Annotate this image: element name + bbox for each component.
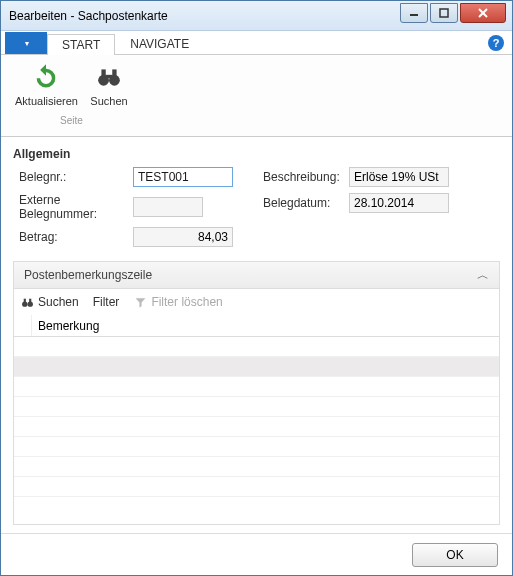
- belegdatum-input[interactable]: [349, 193, 449, 213]
- refresh-label: Aktualisieren: [15, 95, 78, 107]
- grid-header: Bemerkung: [13, 315, 500, 337]
- ribbon-group-page: Aktualisieren Suchen Seite: [9, 59, 134, 126]
- list-clearfilter-label: Filter löschen: [151, 295, 222, 309]
- betrag-label: Betrag:: [13, 230, 133, 244]
- minimize-button[interactable]: [400, 3, 428, 23]
- belegnr-label: Belegnr.:: [13, 170, 133, 184]
- find-button[interactable]: Suchen: [84, 59, 134, 109]
- fasttab-title: Postenbemerkungszeile: [24, 268, 152, 282]
- file-tab[interactable]: [5, 32, 47, 54]
- tab-navigate[interactable]: NAVIGATE: [115, 33, 204, 54]
- ok-button[interactable]: OK: [412, 543, 498, 567]
- beschreibung-input[interactable]: [349, 167, 449, 187]
- binoculars-icon: [20, 295, 34, 309]
- externe-belegnr-label: Externe Belegnummer:: [13, 193, 133, 221]
- list-find-button[interactable]: Suchen: [20, 295, 79, 309]
- close-button[interactable]: [460, 3, 506, 23]
- window-controls: [400, 9, 512, 23]
- binoculars-icon: [93, 61, 125, 93]
- refresh-icon: [30, 61, 62, 93]
- beschreibung-label: Beschreibung:: [257, 170, 349, 184]
- funnel-icon: [133, 295, 147, 309]
- externe-belegnr-input[interactable]: [133, 197, 203, 217]
- svg-rect-7: [112, 69, 116, 77]
- footer: OK: [1, 533, 512, 575]
- maximize-button[interactable]: [430, 3, 458, 23]
- form-grid: Belegnr.: Externe Belegnummer: Betrag: B…: [13, 167, 500, 247]
- chevron-up-icon: ︿: [477, 267, 489, 284]
- find-label: Suchen: [90, 95, 127, 107]
- grid-row[interactable]: [14, 357, 499, 377]
- betrag-input[interactable]: [133, 227, 233, 247]
- belegnr-input[interactable]: [133, 167, 233, 187]
- fasttab-header[interactable]: Postenbemerkungszeile ︿: [13, 261, 500, 289]
- svg-rect-11: [23, 298, 25, 302]
- list-filter-button[interactable]: Filter: [93, 295, 120, 309]
- grid-row[interactable]: [14, 457, 499, 477]
- refresh-button[interactable]: Aktualisieren: [9, 59, 84, 109]
- list-toolbar: Suchen Filter Filter löschen: [13, 289, 500, 315]
- grid-row[interactable]: [14, 377, 499, 397]
- list-find-label: Suchen: [38, 295, 79, 309]
- grid-row[interactable]: [14, 417, 499, 437]
- svg-rect-12: [29, 298, 31, 302]
- list-filter-label: Filter: [93, 295, 120, 309]
- content-area: Allgemein Belegnr.: Externe Belegnummer:…: [1, 137, 512, 533]
- grid-row[interactable]: [14, 437, 499, 457]
- grid-row[interactable]: [14, 477, 499, 497]
- window: Bearbeiten - Sachpostenkarte START NAVIG…: [0, 0, 513, 576]
- svg-rect-1: [440, 9, 448, 17]
- titlebar: Bearbeiten - Sachpostenkarte: [1, 1, 512, 31]
- help-icon[interactable]: ?: [488, 35, 504, 51]
- svg-rect-6: [101, 69, 105, 77]
- ribbon-body: Aktualisieren Suchen Seite: [1, 55, 512, 137]
- belegdatum-label: Belegdatum:: [257, 196, 349, 210]
- tab-start[interactable]: START: [47, 34, 115, 55]
- grid-row-selector-header[interactable]: [14, 315, 32, 336]
- section-general-title: Allgemein: [13, 147, 500, 161]
- grid-body[interactable]: [13, 337, 500, 525]
- svg-rect-8: [106, 75, 113, 78]
- form-col-right: Beschreibung: Belegdatum:: [257, 167, 449, 247]
- list-clearfilter-button[interactable]: Filter löschen: [133, 295, 222, 309]
- grid-row[interactable]: [14, 397, 499, 417]
- grid-row[interactable]: [14, 337, 499, 357]
- grid-col-bemerkung[interactable]: Bemerkung: [32, 319, 99, 333]
- window-title: Bearbeiten - Sachpostenkarte: [9, 9, 168, 23]
- ribbon-tabstrip: START NAVIGATE ?: [1, 31, 512, 55]
- ribbon-group-label: Seite: [60, 115, 83, 126]
- form-col-left: Belegnr.: Externe Belegnummer: Betrag:: [13, 167, 233, 247]
